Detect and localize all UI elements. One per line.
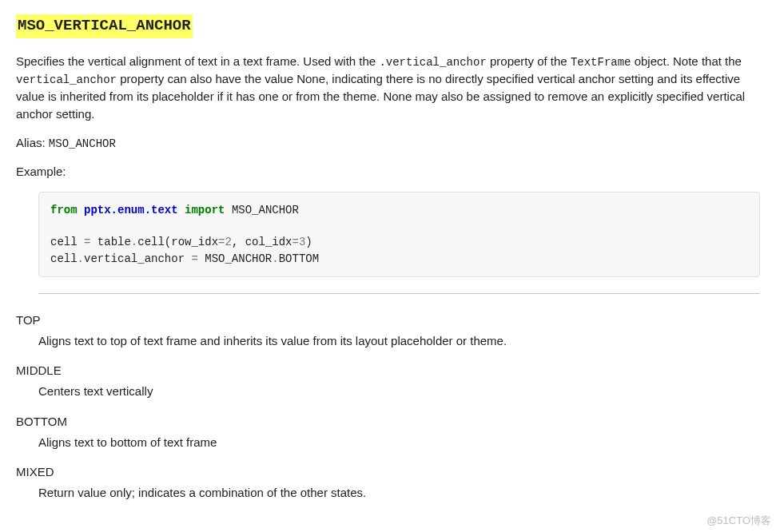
separator: [38, 293, 760, 294]
code-op: =: [292, 236, 299, 248]
alias-line: Alias: MSO_ANCHOR: [16, 134, 760, 152]
code-num: 2: [225, 236, 231, 248]
def-desc: Centers text vertically: [38, 383, 760, 400]
def-desc: Aligns text to top of text frame and inh…: [38, 332, 760, 350]
code-op: .: [131, 236, 137, 248]
alias-label: Alias:: [16, 136, 49, 149]
code-text: cell: [50, 236, 84, 248]
intro-text: Specifies the vertical alignment of text…: [16, 54, 379, 68]
code-op: =: [191, 252, 197, 265]
code-inline: .vertical_anchor: [379, 56, 486, 69]
imported-name: MSO_ANCHOR: [232, 204, 299, 216]
code-text: MSO_ANCHOR: [198, 252, 272, 265]
def-term: MIDDLE: [16, 362, 760, 379]
code-example: from pptx.enum.text import MSO_ANCHOR ce…: [38, 192, 760, 277]
code-text: cell: [50, 252, 78, 265]
def-desc: Return value only; indicates a combinati…: [38, 484, 760, 502]
intro-text: property can also have the value None, i…: [16, 72, 745, 121]
definition-list: TOP Aligns text to top of text frame and…: [16, 312, 760, 502]
def-desc: Aligns text to bottom of text frame: [38, 434, 760, 451]
intro-text: object. Note that the: [631, 54, 742, 68]
code-text: cell(row_idx: [137, 236, 218, 248]
code-text: ): [305, 236, 312, 248]
alias-value: MSO_ANCHOR: [49, 137, 116, 150]
code-inline: vertical_anchor: [16, 73, 117, 86]
code-text: , col_idx: [232, 236, 292, 248]
kw-from: from: [50, 204, 78, 216]
kw-import: import: [185, 204, 225, 216]
code-op: .: [272, 252, 278, 265]
page-title: MSO_VERTICAL_ANCHOR: [16, 14, 193, 38]
intro-paragraph: Specifies the vertical alignment of text…: [16, 53, 760, 123]
code-text: BOTTOM: [279, 252, 319, 265]
module-name: pptx.enum.text: [84, 204, 178, 216]
code-inline: TextFrame: [571, 56, 631, 69]
watermark: @51CTO博客: [706, 514, 771, 529]
example-label: Example:: [16, 163, 760, 181]
def-term: TOP: [16, 312, 760, 329]
def-term: BOTTOM: [16, 413, 760, 431]
intro-text: property of the: [487, 54, 571, 68]
code-text: vertical_anchor: [84, 252, 191, 265]
code-op: .: [78, 252, 84, 265]
code-text: table: [90, 236, 130, 248]
def-term: MIXED: [16, 463, 760, 481]
